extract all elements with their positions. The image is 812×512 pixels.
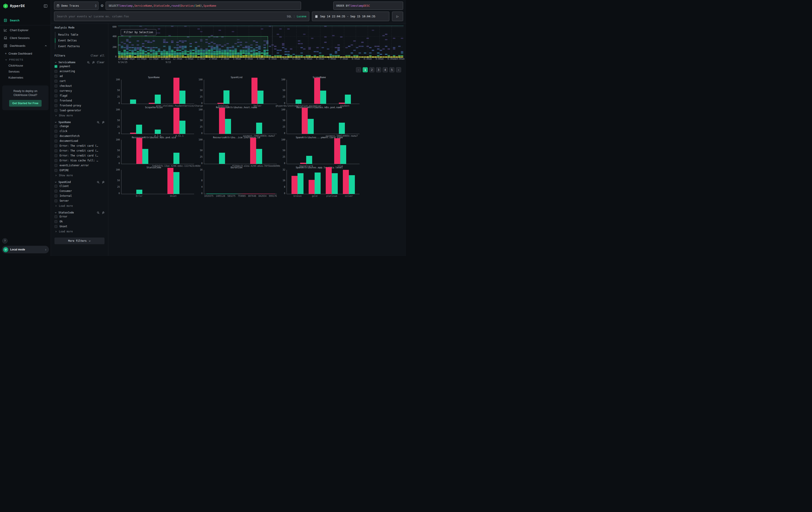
checkbox[interactable]	[55, 154, 57, 157]
show-more-button[interactable]: Show more	[55, 113, 105, 117]
sidebar-item-chart-explorer[interactable]: Chart Explorer	[0, 26, 51, 34]
filter-option-error[interactable]: Error	[55, 214, 105, 219]
analysis-mode-event-deltas[interactable]: Event Deltas	[55, 37, 105, 44]
filter-option-currency[interactable]: currency	[55, 88, 105, 93]
checkbox[interactable]	[55, 104, 57, 107]
local-mode-pill[interactable]: U Local mode ›	[2, 246, 49, 253]
filter-option-load-generator[interactable]: load-generator	[55, 108, 105, 113]
filter-option-consumer[interactable]: Consumer	[55, 189, 105, 193]
filter-option-accounting[interactable]: accounting	[55, 69, 105, 74]
help-button[interactable]: ?	[2, 238, 7, 244]
filter-option-internal[interactable]: Internal	[55, 193, 105, 198]
filter-option-payment[interactable]: ✓payment	[55, 64, 105, 69]
filter-option-error-the-credit-card[interactable]: Error: The credit card (…	[55, 143, 105, 148]
sql-toggle[interactable]: SQL	[287, 15, 292, 18]
load-more-button[interactable]: Load more	[55, 229, 105, 233]
pagination-page-3[interactable]: 3	[376, 67, 381, 72]
clear-all-button[interactable]: Clear all	[91, 54, 105, 57]
checkbox[interactable]	[55, 144, 57, 147]
pin-icon[interactable]	[102, 211, 105, 214]
checkbox[interactable]	[55, 220, 57, 223]
filter-option-ok[interactable]: Ok	[55, 219, 105, 224]
checkbox[interactable]	[55, 89, 57, 92]
sidebar-collapse-icon[interactable]	[44, 4, 48, 8]
pagination-next-button[interactable]: ›	[396, 67, 401, 72]
search-icon[interactable]	[97, 181, 99, 184]
filter-option-documentfetch[interactable]: documentFetch	[55, 134, 105, 138]
filter-option-cart[interactable]: cart	[55, 79, 105, 83]
filter-option-server[interactable]: Server	[55, 198, 105, 203]
checkbox[interactable]	[55, 150, 57, 152]
filter-option-error-the-credit-card[interactable]: Error: The credit card (…	[55, 153, 105, 158]
filter-option-eventlistener-error[interactable]: eventListener.error	[55, 163, 105, 168]
filter-group-header-servicename[interactable]: ServiceNameClear	[55, 61, 105, 64]
filter-group-header-spankind[interactable]: SpanKind	[55, 181, 105, 184]
filter-option-change[interactable]: change	[55, 124, 105, 129]
checkbox[interactable]	[55, 135, 57, 138]
sidebar-item-search[interactable]: Search	[0, 17, 51, 24]
pin-icon[interactable]	[102, 181, 105, 184]
search-icon[interactable]	[87, 61, 90, 64]
filter-option-checkout[interactable]: checkout	[55, 83, 105, 88]
checkbox[interactable]	[55, 130, 57, 133]
checkbox[interactable]	[55, 99, 57, 102]
checkbox[interactable]	[55, 140, 57, 142]
search-icon[interactable]	[97, 121, 99, 124]
source-select[interactable]: Demo Traces ⋀⋁	[54, 2, 98, 10]
sql-select-editor[interactable]: SELECT Timestamp, ServiceName, StatusCod…	[106, 2, 301, 10]
search-icon[interactable]	[97, 211, 99, 214]
checkbox[interactable]	[55, 75, 57, 78]
show-more-button[interactable]: Show more	[55, 173, 105, 177]
checkbox[interactable]	[55, 199, 57, 203]
checkbox[interactable]	[55, 225, 57, 228]
pagination-page-4[interactable]: 4	[383, 67, 388, 72]
filter-option-error-the-credit-card[interactable]: Error: The credit card (…	[55, 148, 105, 153]
pin-icon[interactable]	[92, 61, 95, 64]
create-dashboard-button[interactable]: + Create Dashboard	[0, 50, 51, 57]
filter-option-expire[interactable]: EXPIRE	[55, 168, 105, 173]
filter-option-flagd[interactable]: flagd	[55, 93, 105, 98]
filter-option-click[interactable]: click	[55, 129, 105, 134]
checkbox[interactable]	[55, 194, 57, 197]
checkbox-checked[interactable]: ✓	[55, 65, 57, 68]
presets-toggle[interactable]: PRESETS	[0, 57, 51, 62]
filter-group-header-statuscode[interactable]: StatusCode	[55, 211, 105, 214]
filter-option-error-visa-cache-full[interactable]: Error: Visa cache full: …	[55, 158, 105, 163]
heatmap-selection-box[interactable]	[118, 36, 268, 54]
checkbox[interactable]	[55, 190, 57, 193]
checkbox[interactable]	[55, 85, 57, 87]
order-by-editor[interactable]: ORDER BY Timestamp DESC	[333, 2, 403, 10]
filter-option-unset[interactable]: Unset	[55, 224, 105, 229]
sidebar-item-clickhouse[interactable]: ClickHouse	[0, 62, 51, 69]
pin-icon[interactable]	[102, 121, 105, 124]
load-more-button[interactable]: Load more	[55, 203, 105, 208]
more-filters-button[interactable]: More filters	[55, 238, 105, 244]
filter-option-ad[interactable]: ad	[55, 74, 105, 79]
filter-option-frontend-proxy[interactable]: frontend-proxy	[55, 103, 105, 108]
heatmap-plot[interactable]: Filter by Selection	[118, 26, 403, 58]
checkbox[interactable]	[55, 169, 57, 172]
analysis-mode-event-patterns[interactable]: Event Patterns	[55, 44, 105, 49]
lucene-toggle[interactable]: Lucene	[297, 15, 307, 18]
settings-gear-icon[interactable]: ⚙	[100, 2, 104, 10]
run-query-button[interactable]: ▷	[392, 11, 403, 21]
checkbox[interactable]	[55, 70, 57, 73]
sidebar-item-kubernetes[interactable]: Kubernetes	[0, 75, 51, 81]
pagination-prev-button[interactable]: ‹	[356, 67, 361, 72]
filter-option-documentload[interactable]: documentLoad	[55, 138, 105, 143]
clear-group-button[interactable]: Clear	[97, 61, 105, 64]
pagination-page-1[interactable]: 1	[362, 67, 368, 72]
get-started-button[interactable]: Get Started for Free	[9, 100, 41, 107]
sidebar-item-client-sessions[interactable]: Client Sessions	[0, 34, 51, 42]
checkbox[interactable]	[55, 80, 57, 83]
analysis-mode-results-table[interactable]: Results Table	[55, 32, 105, 37]
filter-option-client[interactable]: Client	[55, 184, 105, 189]
sidebar-item-services[interactable]: Services	[0, 69, 51, 75]
pagination-page-2[interactable]: 2	[369, 67, 374, 72]
filter-group-header-spanname[interactable]: SpanName	[55, 120, 105, 124]
checkbox[interactable]	[55, 164, 57, 167]
date-range-picker[interactable]: Sep 14 22:04:35 - Sep 15 10:04:35	[312, 11, 389, 21]
checkbox[interactable]	[55, 159, 57, 162]
checkbox[interactable]	[55, 215, 57, 218]
checkbox[interactable]	[55, 109, 57, 112]
